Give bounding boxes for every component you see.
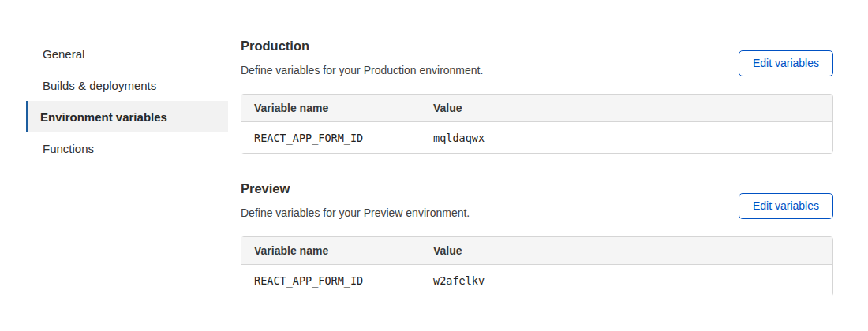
- table-header-row: Variable name Value: [241, 237, 832, 265]
- table-header-row: Variable name Value: [241, 95, 832, 122]
- settings-sidebar: General Builds & deployments Environment…: [26, 38, 228, 164]
- variable-name-cell: REACT_APP_FORM_ID: [241, 122, 421, 153]
- edit-variables-button-production[interactable]: Edit variables: [739, 50, 833, 76]
- production-section: Production Define variables for your Pro…: [241, 38, 833, 154]
- variable-value-cell: w2afelkv: [421, 265, 832, 296]
- sidebar-item-environment-variables[interactable]: Environment variables: [26, 101, 228, 132]
- variable-name-cell: REACT_APP_FORM_ID: [241, 265, 421, 296]
- sidebar-item-general[interactable]: General: [26, 38, 228, 69]
- sidebar-item-builds-deployments[interactable]: Builds & deployments: [26, 69, 228, 101]
- table-row: REACT_APP_FORM_ID mqldaqwx: [241, 122, 832, 153]
- variable-value-cell: mqldaqwx: [421, 122, 832, 153]
- column-header-value: Value: [421, 95, 832, 122]
- column-header-variable-name: Variable name: [241, 95, 421, 122]
- preview-variables-table: Variable name Value REACT_APP_FORM_ID w2…: [241, 236, 833, 296]
- column-header-variable-name: Variable name: [241, 237, 421, 265]
- production-variables-table: Variable name Value REACT_APP_FORM_ID mq…: [241, 94, 833, 154]
- environment-variables-panel: Production Define variables for your Pro…: [241, 38, 833, 296]
- settings-page: General Builds & deployments Environment…: [0, 0, 868, 331]
- sidebar-item-functions[interactable]: Functions: [26, 132, 228, 164]
- table-row: REACT_APP_FORM_ID w2afelkv: [241, 265, 832, 296]
- preview-section: Preview Define variables for your Previe…: [241, 180, 833, 296]
- edit-variables-button-preview[interactable]: Edit variables: [739, 193, 833, 219]
- column-header-value: Value: [421, 237, 832, 265]
